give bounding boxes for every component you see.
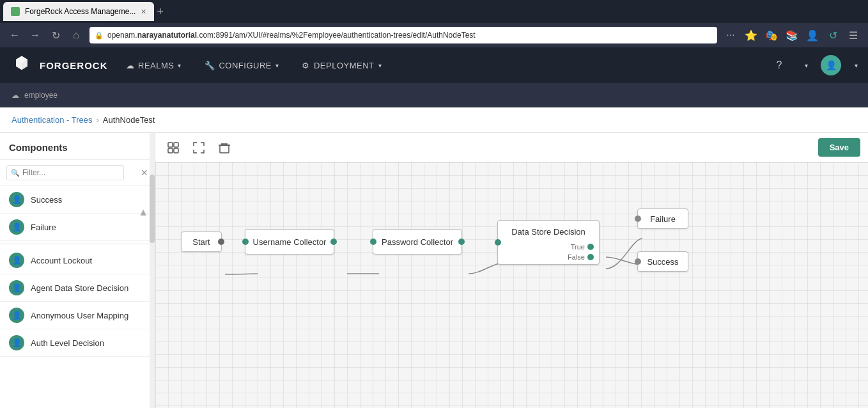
sidebar-scrollbar-thumb[interactable] bbox=[150, 175, 155, 244]
sidebar-item-success[interactable]: 👤 Success bbox=[0, 186, 155, 214]
bookmark-icon[interactable]: ⭐ bbox=[744, 29, 758, 42]
failure-node[interactable]: Failure bbox=[637, 208, 688, 229]
sidebar-item-anonymous-user-label: Anonymous User Mapping bbox=[31, 311, 128, 320]
nav-deployment[interactable]: ⚙ DEPLOYMENT ▾ bbox=[290, 47, 393, 83]
profile-icon[interactable]: 👤 bbox=[805, 29, 819, 42]
url-prefix: openam. bbox=[107, 31, 137, 40]
forward-button[interactable]: → bbox=[28, 29, 42, 41]
svg-rect-4 bbox=[220, 145, 229, 153]
anonymous-user-icon: 👤 bbox=[9, 308, 24, 323]
arrange-button[interactable] bbox=[163, 137, 183, 158]
extensions-icon[interactable]: 🎭 bbox=[764, 29, 779, 42]
help-chevron[interactable]: ▾ bbox=[794, 53, 818, 77]
help-button[interactable]: ? bbox=[767, 53, 791, 77]
browser-tab[interactable]: ForgeRock Access Manageme... × bbox=[3, 2, 154, 21]
start-label: Start bbox=[192, 237, 210, 247]
nav-realms-label: REALMS bbox=[138, 61, 174, 70]
password-node[interactable]: Password Collector bbox=[373, 229, 462, 255]
username-node[interactable]: Username Collector bbox=[245, 229, 334, 255]
nav-configure[interactable]: 🔧 CONFIGURE ▾ bbox=[193, 47, 291, 83]
back-button[interactable]: ← bbox=[8, 29, 22, 41]
output-false-label: False bbox=[568, 253, 585, 261]
datastore-outputs: True False bbox=[503, 242, 594, 262]
save-button[interactable]: Save bbox=[818, 138, 860, 157]
address-bar[interactable]: 🔒 openam.narayanatutorial.com:8991/am/XU… bbox=[89, 27, 717, 43]
breadcrumb-auth-trees[interactable]: Authentication - Trees bbox=[12, 115, 92, 125]
filter-container: 🔍 bbox=[6, 165, 137, 180]
realm-name: employee bbox=[24, 91, 58, 100]
output-true-row: True bbox=[503, 242, 594, 252]
svg-rect-3 bbox=[174, 148, 178, 153]
refresh-button[interactable]: ↻ bbox=[49, 29, 63, 42]
sidebar-item-auth-level[interactable]: 👤 Auth Level Decision bbox=[0, 329, 155, 357]
success-input-dot bbox=[635, 258, 641, 265]
sidebar-item-anonymous-user[interactable]: 👤 Anonymous User Mapping bbox=[0, 302, 155, 329]
security-icon: 🔒 bbox=[95, 31, 104, 40]
arrange-icon bbox=[167, 142, 179, 153]
url-domain: narayanatutorial bbox=[137, 31, 197, 40]
output-true-dot bbox=[587, 244, 594, 250]
expand-icon bbox=[193, 142, 205, 153]
output-false-dot bbox=[587, 254, 594, 260]
realm-cloud-icon: ☁ bbox=[12, 91, 19, 100]
username-input-dot bbox=[242, 239, 249, 245]
new-tab-button[interactable]: + bbox=[157, 5, 164, 19]
browser-controls: ← → ↻ ⌂ 🔒 openam.narayanatutorial.com:89… bbox=[0, 23, 868, 47]
browser-right-controls: ··· ⭐ 🎭 📚 👤 ↺ ☰ bbox=[724, 29, 860, 42]
logo-area: FORGEROCK bbox=[10, 54, 108, 77]
expand-button[interactable] bbox=[189, 137, 209, 158]
connections-svg bbox=[155, 162, 868, 408]
sidebar-title: Components bbox=[0, 133, 155, 160]
sidebar-item-agent-data-store[interactable]: 👤 Agent Data Store Decision bbox=[0, 274, 155, 302]
password-output-dot bbox=[458, 239, 465, 245]
reading-list-icon[interactable]: 📚 bbox=[785, 29, 799, 42]
sidebar-item-account-lockout[interactable]: 👤 Account Lockout bbox=[0, 247, 155, 274]
more-options-icon[interactable]: ··· bbox=[724, 29, 738, 41]
delete-button[interactable] bbox=[214, 137, 235, 158]
logo-text: FORGEROCK bbox=[40, 60, 108, 71]
svg-rect-1 bbox=[174, 143, 178, 147]
username-output-dot bbox=[330, 239, 337, 245]
nav-realms[interactable]: ☁ REALMS ▾ bbox=[114, 47, 193, 83]
password-label: Password Collector bbox=[382, 237, 453, 247]
start-node[interactable]: Start bbox=[181, 231, 222, 252]
success-node[interactable]: Success bbox=[637, 251, 688, 272]
svg-rect-0 bbox=[168, 143, 173, 147]
failure-label: Failure bbox=[650, 214, 676, 224]
menu-icon[interactable]: ☰ bbox=[846, 29, 860, 42]
sub-header: ☁ employee bbox=[0, 83, 868, 107]
filter-input[interactable] bbox=[6, 165, 124, 180]
sidebar-item-auth-level-label: Auth Level Decision bbox=[31, 338, 104, 348]
scroll-up-button[interactable]: ▲ bbox=[138, 207, 148, 218]
address-url: openam.narayanatutorial.com:8991/am/XUI/… bbox=[107, 31, 476, 40]
configure-icon: 🔧 bbox=[205, 61, 215, 70]
configure-chevron: ▾ bbox=[275, 62, 279, 69]
browser-tab-bar: ForgeRock Access Manageme... × + bbox=[0, 0, 868, 23]
home-button[interactable]: ⌂ bbox=[69, 29, 83, 41]
breadcrumb-current-page: AuthNodeTest bbox=[103, 115, 155, 125]
sidebar-divider bbox=[0, 244, 155, 244]
user-menu-chevron[interactable]: ▾ bbox=[844, 53, 868, 77]
canvas-toolbar: Save bbox=[155, 133, 868, 162]
breadcrumb-separator: › bbox=[96, 115, 98, 125]
datastore-node[interactable]: Data Store Decision True False bbox=[497, 220, 600, 265]
svg-rect-2 bbox=[168, 148, 173, 153]
tab-close-button[interactable]: × bbox=[141, 6, 146, 17]
canvas-area: Save Start bbox=[155, 133, 868, 408]
realms-chevron: ▾ bbox=[178, 62, 182, 69]
sidebar-item-success-label: Success bbox=[31, 195, 62, 205]
success-icon: 👤 bbox=[9, 192, 24, 207]
start-output-dot bbox=[218, 239, 224, 245]
agent-data-store-icon: 👤 bbox=[9, 280, 24, 295]
output-false-row: False bbox=[503, 252, 594, 262]
sync-icon[interactable]: ↺ bbox=[826, 29, 840, 42]
tree-canvas[interactable]: Start Username Collector Password Collec… bbox=[155, 162, 868, 408]
failure-icon: 👤 bbox=[9, 219, 24, 235]
user-avatar[interactable]: 👤 bbox=[821, 55, 841, 75]
sidebar-item-failure[interactable]: 👤 Failure bbox=[0, 214, 155, 241]
header-right: ? ▾ 👤 ▾ bbox=[767, 53, 868, 77]
success-label: Success bbox=[647, 257, 678, 267]
filter-row: 🔍 ✕ bbox=[0, 160, 155, 186]
nav-configure-label: CONFIGURE bbox=[219, 61, 272, 70]
filter-clear-button[interactable]: ✕ bbox=[141, 168, 148, 178]
